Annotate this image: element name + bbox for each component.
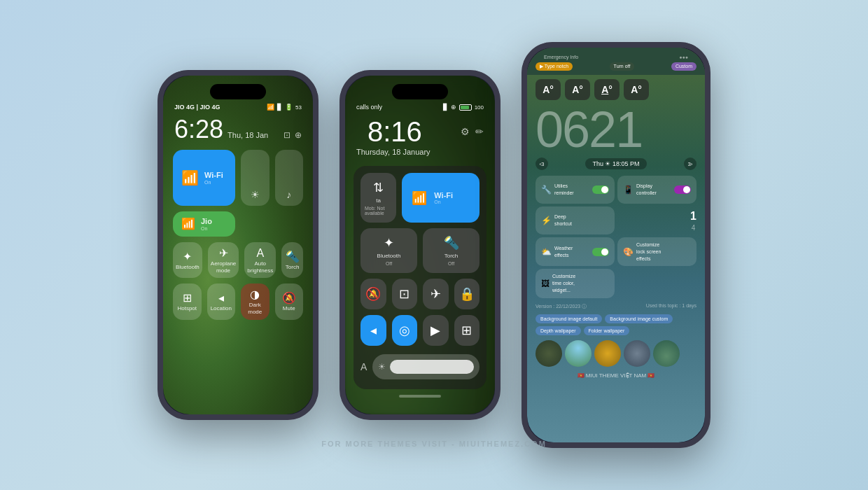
widget-toggle-3[interactable]	[592, 248, 609, 256]
phone-2-bg: calls only ▊ ⊕ 100 8:16	[345, 76, 495, 414]
phone-2-screen: calls only ▊ ⊕ 100 8:16	[345, 76, 495, 414]
nav-left[interactable]: ‹3	[536, 158, 548, 170]
wifi-btn-1[interactable]: 📶 Wi-Fi On	[173, 150, 235, 206]
widget-icon-4: ⛅	[541, 247, 552, 257]
turn-off-btn[interactable]: Turn off	[610, 62, 635, 71]
widget-customize-2[interactable]: 🖼 Customizetime color,widget...	[536, 269, 615, 298]
bg-custom-btn[interactable]: Background image custom	[605, 314, 673, 323]
widget-toggle-2[interactable]	[674, 186, 691, 194]
phone1-date: Thu, 18 Jan	[227, 131, 268, 139]
torch-btn-2[interactable]: 🔦 Torch Off	[423, 228, 479, 273]
thumb-4[interactable]	[624, 340, 650, 367]
brand-row: 🇻🇳 MIUI THEME VIỆT NAM 🇻🇳	[527, 370, 705, 382]
torch-icon-2: 🔦	[444, 235, 459, 251]
thumbnail-row	[527, 337, 705, 370]
brand-text: 🇻🇳 MIUI THEME VIỆT NAM 🇻🇳	[578, 372, 655, 379]
data-btn[interactable]: ⇅ ta Mob: Not available	[360, 173, 396, 223]
widget-customize[interactable]: 🎨 Customizelock screeneffects	[617, 237, 696, 266]
thumb-1[interactable]	[536, 340, 562, 367]
bluetooth-btn-2[interactable]: ✦ Bluetooth Off	[360, 228, 417, 273]
thumb-5[interactable]	[653, 340, 680, 367]
font-btn-4[interactable]: A°	[624, 79, 649, 100]
status-icons-1: 📶 ▊ 🔋 53	[267, 104, 302, 111]
mute-btn-2b[interactable]: 🔕	[360, 279, 386, 309]
scan-btn[interactable]: ⊞	[454, 315, 480, 346]
control-panel-2: ⇅ ta Mob: Not available 📶 Wi-Fi On	[354, 166, 486, 389]
jio-icon: 📶	[181, 218, 195, 230]
nav-right[interactable]: 3›	[684, 158, 696, 170]
volume-slider-1[interactable]: ♪	[275, 150, 304, 206]
bluetooth-btn-1[interactable]: ✦ Bluetooth	[173, 242, 202, 278]
video-btn[interactable]: ▶	[423, 315, 449, 346]
brightness-slider-1[interactable]: ☀	[241, 150, 270, 206]
dynamic-island-1	[210, 84, 266, 99]
carrier-text: JIO 4G | JIO 4G	[174, 104, 220, 111]
widget-text-3: Deepshortcut	[554, 214, 572, 227]
folder-wp-btn[interactable]: Folder wallpaper	[584, 326, 630, 335]
location-icon-2: ◂	[370, 323, 377, 338]
wifi-icon-status-2: ⊕	[451, 104, 456, 111]
version-text: Version : 22/12/2023 ⓘ	[536, 303, 587, 310]
jio-label: Jio	[201, 217, 212, 226]
date-badge: Thu ☀ 18:05 PM	[585, 158, 646, 169]
battery-bar-2	[459, 104, 472, 111]
bluetooth-sub-2: Off	[386, 261, 392, 266]
edit-icon-2[interactable]: ✏	[475, 126, 484, 137]
torch-label-1: Torch	[286, 264, 300, 271]
phone3-top-bar: Emergency Info ●●●	[536, 50, 696, 61]
jio-sub: On	[201, 226, 212, 231]
brightness-row-2: A ☀	[360, 351, 479, 382]
location-label: Location	[211, 305, 232, 312]
brightness-icon-1: ☀	[251, 189, 260, 200]
wifi-status-icon: ▊	[277, 104, 282, 111]
airplane-icon: ✈	[219, 248, 228, 259]
location-icon: ◂	[218, 293, 224, 304]
brightness-bar-2[interactable]: ☀	[372, 354, 479, 379]
type-notch-btn[interactable]: ▶ Type notch	[536, 62, 573, 71]
airplane-btn-2[interactable]: ✈	[423, 279, 449, 309]
location-btn-2[interactable]: ◂	[360, 315, 386, 346]
screenshot-btn[interactable]: ⊡	[392, 279, 418, 309]
hotspot-label: Hotspot	[177, 305, 197, 312]
bluetooth-icon-2: ✦	[384, 235, 394, 251]
location-btn[interactable]: ◂ Location	[207, 284, 236, 319]
font-btn-row: A° A° A° A°	[527, 75, 705, 104]
widget-toggle-1[interactable]	[592, 186, 609, 194]
auto-bright-btn[interactable]: A Auto brightness	[244, 242, 276, 278]
dark-mode-icon: ◑	[250, 289, 260, 300]
wifi-label-2: Wi-Fi	[434, 191, 453, 200]
custom-btn[interactable]: Custom	[671, 62, 696, 71]
jio-btn[interactable]: 📶 Jio On	[173, 211, 235, 237]
mute-btn-1[interactable]: 🔕 Mute	[275, 284, 304, 319]
phone2-date: Thursday, 18 January	[345, 148, 495, 162]
focus-btn[interactable]: ◎	[392, 315, 418, 346]
torch-btn-1[interactable]: 🔦 Torch	[281, 242, 303, 278]
font-btn-2[interactable]: A°	[565, 79, 590, 100]
font-btn-3[interactable]: A°	[594, 79, 620, 100]
bluetooth-label-2: Bluetooth	[377, 253, 401, 259]
widget-utilies[interactable]: 🔧 Utiliesreminder	[536, 176, 615, 204]
dark-mode-btn[interactable]: ◑ Dark mode	[241, 284, 270, 319]
scan-icon: ⊞	[461, 323, 472, 338]
font-btn-1[interactable]: A°	[536, 79, 561, 100]
airplane-btn[interactable]: ✈ Aeroplane mode	[208, 242, 239, 278]
thumb-3[interactable]	[594, 340, 621, 367]
widget-weather[interactable]: ⛅ Weathereffects	[536, 237, 615, 266]
sun-icon-2: ☀	[378, 362, 386, 372]
torch-label-2: Torch	[444, 253, 458, 259]
watermark: FOR MORE THEMES VISIT - MIUITHEMEZ.COM	[321, 440, 547, 448]
wifi-btn-2[interactable]: 📶 Wi-Fi On	[402, 173, 479, 223]
settings-icon-2[interactable]: ⚙	[461, 126, 470, 137]
lock-btn[interactable]: 🔒	[454, 279, 480, 309]
widget-deep[interactable]: ⚡ Deepshortcut	[536, 206, 615, 234]
thumb-2[interactable]	[565, 340, 592, 367]
widget-display[interactable]: 📱 Displaycontroller	[617, 176, 696, 204]
hotspot-btn[interactable]: ⊞ Hotspot	[173, 284, 202, 319]
widget-text-4: Weathereffects	[554, 245, 573, 259]
phone3-top-area: Emergency Info ●●● ▶ Type notch Turn off…	[527, 48, 705, 75]
action-btns: Background image default Background imag…	[527, 312, 705, 337]
phones-container: JIO 4G | JIO 4G 📶 ▊ 🔋 53 6:28 Thu, 18 Ja…	[144, 28, 724, 462]
sim-icon: 📶	[267, 104, 274, 111]
depth-wp-btn[interactable]: Depth wallpaper	[536, 326, 581, 335]
bg-default-btn[interactable]: Background image default	[536, 314, 602, 323]
